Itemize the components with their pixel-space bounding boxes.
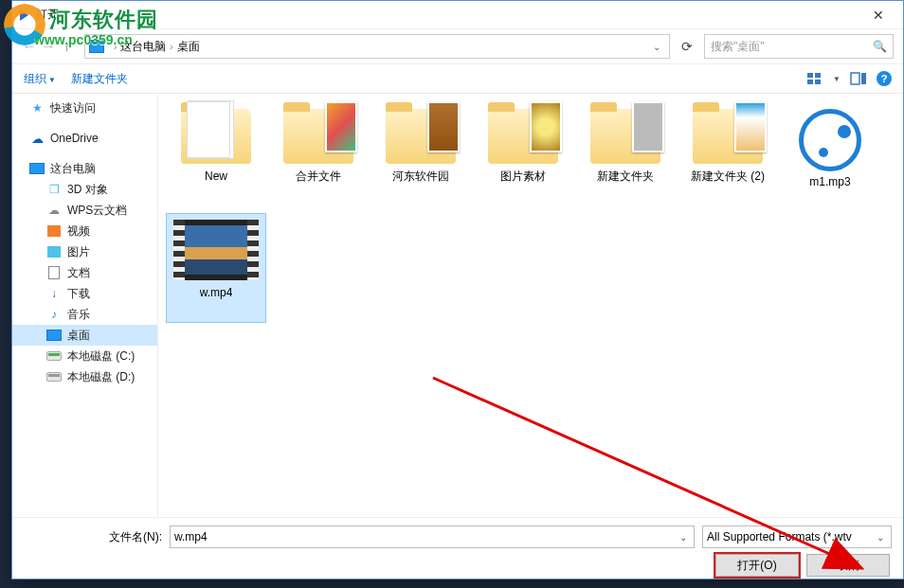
sidebar-item-cdrive[interactable]: 本地磁盘 (C:) <box>12 346 157 366</box>
file-list-pane[interactable]: New合并文件河东软件园图片素材新建文件夹新建文件夹 (2)m1.mp3w.mp… <box>158 94 903 517</box>
nav-back-icon[interactable]: ← <box>22 38 37 55</box>
music-icon: ♪ <box>46 308 62 321</box>
video-icon <box>46 224 62 238</box>
chevron-down-icon[interactable]: ⌄ <box>872 528 889 545</box>
folder-thumbnail <box>530 101 562 152</box>
sidebar-item-videos[interactable]: 视频 <box>12 221 157 241</box>
cancel-button[interactable]: 取消 <box>806 554 890 577</box>
search-placeholder: 搜索"桌面" <box>711 39 765 55</box>
nav-history: ← → ↑ <box>22 34 79 59</box>
folder-icon <box>386 109 456 164</box>
folder-thumbnail <box>427 101 460 152</box>
onedrive-icon: ☁ <box>29 132 45 145</box>
sidebar-item-label: 本地磁盘 (C:) <box>67 348 135 365</box>
cube-icon: ❒ <box>46 183 62 196</box>
sidebar-item-label: WPS云文档 <box>67 203 127 219</box>
organize-menu[interactable]: 组织▼ <box>24 71 56 87</box>
sidebar-item-label: 快速访问 <box>50 100 96 116</box>
file-label: New <box>205 169 227 183</box>
chevron-down-icon[interactable]: ⌄ <box>675 528 692 545</box>
svg-rect-0 <box>807 73 813 78</box>
close-button[interactable]: ✕ <box>857 2 899 28</box>
download-icon: ↓ <box>46 287 62 300</box>
sidebar-item-wpscloud[interactable]: ☁WPS云文档 <box>12 200 157 221</box>
sidebar-item-label: 本地磁盘 (D:) <box>67 369 135 385</box>
drive-icon <box>46 349 62 363</box>
file-item[interactable]: 新建文件夹 <box>575 103 676 213</box>
audio-icon <box>799 109 861 171</box>
filename-input[interactable]: w.mp4 ⌄ <box>170 526 695 548</box>
drive-icon <box>46 370 62 383</box>
breadcrumb-sep-icon: › <box>110 42 120 52</box>
svg-rect-3 <box>815 80 821 84</box>
chevron-down-icon[interactable]: ▼ <box>833 75 841 83</box>
preview-pane-icon[interactable] <box>850 71 867 86</box>
sidebar-item-ddrive[interactable]: 本地磁盘 (D:) <box>12 366 157 387</box>
file-label: m1.mp3 <box>809 175 850 188</box>
sidebar-item-thispc[interactable]: 这台电脑 <box>12 158 157 179</box>
svg-rect-1 <box>815 73 821 78</box>
refresh-icon: ⟳ <box>681 39 693 54</box>
picture-icon <box>46 245 62 258</box>
sidebar-item-pics[interactable]: 图片 <box>12 241 157 262</box>
open-button[interactable]: 打开(O) <box>715 554 799 577</box>
breadcrumb-part[interactable]: 桌面 <box>177 39 200 55</box>
new-folder-button[interactable]: 新建文件夹 <box>71 71 128 87</box>
sidebar-item-onedrive[interactable]: ☁OneDrive <box>12 128 157 149</box>
sidebar-item-music[interactable]: ♪音乐 <box>12 304 157 325</box>
svg-rect-2 <box>807 80 813 84</box>
folder-icon <box>590 109 660 164</box>
search-input[interactable]: 搜索"桌面" 🔍 <box>704 34 894 59</box>
view-options-icon[interactable] <box>806 71 823 86</box>
file-item[interactable]: 新建文件夹 (2) <box>678 103 778 213</box>
chevron-down-icon: ▼ <box>48 76 56 84</box>
svg-rect-5 <box>861 73 866 84</box>
sidebar-item-desktop[interactable]: 桌面 <box>12 325 157 346</box>
nav-forward-icon[interactable]: → <box>41 38 56 55</box>
filename-value: w.mp4 <box>174 530 208 543</box>
sidebar-item-label: 下载 <box>67 286 90 302</box>
file-item[interactable]: 图片素材 <box>473 103 573 213</box>
sidebar-item-dl[interactable]: ↓下载 <box>12 283 157 304</box>
dialog-footer: 文件名(N): w.mp4 ⌄ All Supported Formats (*… <box>12 517 903 579</box>
sidebar-item-quick[interactable]: ★快速访问 <box>12 98 157 118</box>
sidebar-item-label: 图片 <box>67 244 90 260</box>
file-label: 合并文件 <box>296 169 341 183</box>
folder-icon <box>488 109 558 164</box>
file-item[interactable]: w.mp4 <box>166 213 266 323</box>
command-toolbar: 组织▼ 新建文件夹 ▼ ? <box>12 63 903 94</box>
sidebar-item-docs[interactable]: 文档 <box>12 262 157 283</box>
file-label: 新建文件夹 <box>597 169 654 183</box>
filter-value: All Supported Formats (*.wtv <box>707 530 852 543</box>
help-icon[interactable]: ? <box>877 71 892 86</box>
search-icon: 🔍 <box>873 40 887 53</box>
sidebar-item-label: 这台电脑 <box>50 161 96 177</box>
sidebar-item-label: 桌面 <box>67 328 90 344</box>
app-play-icon <box>20 9 28 21</box>
dialog-body: ★快速访问☁OneDrive这台电脑❒3D 对象☁WPS云文档视频图片文档↓下载… <box>12 94 903 517</box>
folder-thumbnail <box>734 101 767 152</box>
file-label: w.mp4 <box>200 286 233 299</box>
close-icon: ✕ <box>873 8 884 23</box>
sidebar-item-3dobj[interactable]: ❒3D 对象 <box>12 179 157 200</box>
sidebar-item-label: 文档 <box>67 265 90 281</box>
file-item[interactable]: 河东软件园 <box>371 103 471 213</box>
file-label: 新建文件夹 (2) <box>691 169 765 183</box>
refresh-button[interactable]: ⟳ <box>676 35 698 58</box>
nav-up-icon[interactable]: ↑ <box>63 39 70 54</box>
folder-thumbnail <box>632 101 664 152</box>
file-label: 图片素材 <box>500 169 546 183</box>
chevron-down-icon[interactable]: ⌄ <box>648 42 665 52</box>
file-type-filter[interactable]: All Supported Formats (*.wtv ⌄ <box>702 526 892 548</box>
breadcrumb-part[interactable]: 这台电脑 <box>120 39 166 55</box>
file-item[interactable]: New <box>166 103 266 213</box>
sidebar-item-label: OneDrive <box>50 132 99 145</box>
file-item[interactable]: m1.mp3 <box>780 103 880 213</box>
window-title: 打开 <box>36 7 59 23</box>
breadcrumb-bar[interactable]: › 这台电脑 › 桌面 ⌄ <box>84 34 670 59</box>
folder-thumbnail <box>325 101 357 152</box>
folder-icon <box>181 109 251 164</box>
sidebar-item-label: 3D 对象 <box>67 182 108 198</box>
file-item[interactable]: 合并文件 <box>268 103 369 213</box>
file-grid: New合并文件河东软件园图片素材新建文件夹新建文件夹 (2)m1.mp3w.mp… <box>166 103 895 323</box>
